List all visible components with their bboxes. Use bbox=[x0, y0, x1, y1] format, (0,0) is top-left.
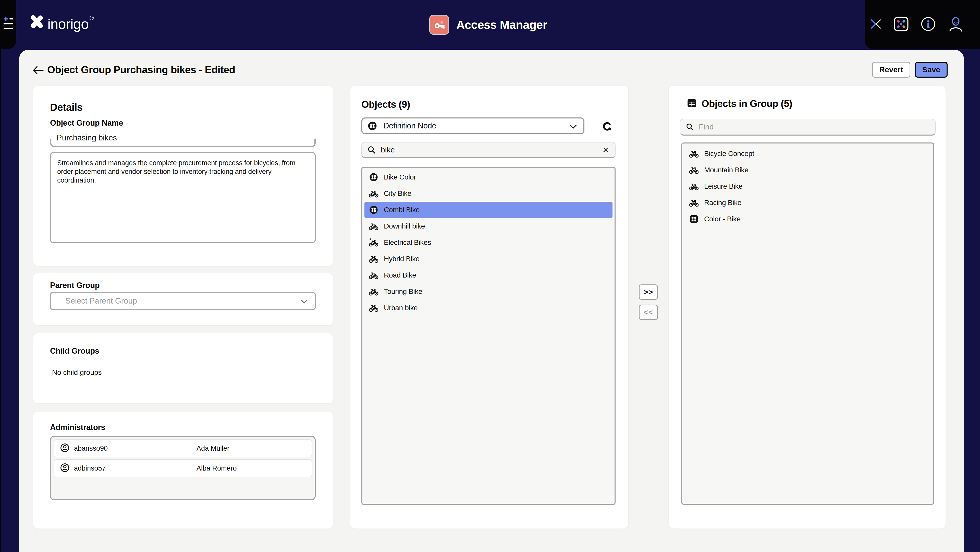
info-icon[interactable] bbox=[921, 17, 935, 32]
administrator-row[interactable]: abansso90Ada Müller bbox=[54, 439, 312, 457]
app-title: Access Manager bbox=[456, 18, 547, 32]
parent-group-label: Parent Group bbox=[50, 281, 100, 290]
table-icon bbox=[686, 97, 697, 110]
back-arrow-icon[interactable] bbox=[32, 65, 44, 75]
list-item-label: Bicycle Concept bbox=[704, 150, 754, 158]
administrators-label: Administrators bbox=[50, 423, 105, 432]
administrators-card: Administrators abansso90Ada Mülleradbins… bbox=[33, 412, 333, 528]
list-item-label: Mountain Bike bbox=[704, 166, 749, 174]
page-header: Object Group Purchasing bikes - Edited R… bbox=[19, 50, 964, 83]
group-list-item[interactable]: Color - Bike bbox=[682, 211, 933, 227]
administrators-table: abansso90Ada Mülleradbinso57Alba Romero bbox=[50, 436, 316, 500]
group-list-item[interactable]: Mountain Bike bbox=[682, 162, 933, 178]
inorigo-logo-text: inorigo bbox=[48, 14, 89, 34]
list-item-label: Color - Bike bbox=[704, 215, 741, 223]
list-item-label: Combi Bike bbox=[384, 206, 420, 214]
details-card: Details Object Group Name Purchasing bik… bbox=[33, 86, 333, 266]
inorigo-logo[interactable]: inorigo ® bbox=[30, 14, 94, 34]
list-item-label: Urban bike bbox=[384, 304, 417, 312]
objects-list-item[interactable]: Bike Color bbox=[363, 169, 614, 185]
user-circle-icon bbox=[60, 463, 70, 474]
save-button[interactable]: Save bbox=[915, 62, 948, 78]
group-find-placeholder: Find bbox=[699, 123, 714, 131]
inorigo-logo-icon bbox=[30, 14, 43, 30]
bicycle-icon bbox=[689, 148, 699, 159]
child-groups-empty-text: No child groups bbox=[52, 369, 102, 377]
objects-list-item[interactable]: Downhill bike bbox=[363, 218, 614, 235]
search-icon bbox=[367, 145, 376, 155]
administrator-name: Alba Romero bbox=[197, 464, 237, 472]
object-type-value: Definition Node bbox=[383, 121, 436, 131]
administrator-username: adbinso57 bbox=[74, 464, 106, 472]
access-manager-key-icon bbox=[429, 15, 449, 35]
bicycle-electric-icon bbox=[369, 238, 379, 248]
bicycle-icon bbox=[689, 165, 699, 175]
objects-heading: Objects (9) bbox=[361, 99, 410, 110]
group-list-item[interactable]: Bicycle Concept bbox=[682, 145, 933, 162]
group-list-item[interactable]: Racing Bike bbox=[682, 195, 933, 211]
revert-button[interactable]: Revert bbox=[872, 62, 910, 78]
group-list-item[interactable]: Leisure Bike bbox=[682, 178, 933, 195]
objects-list: Bike ColorCity BikeCombi BikeDownhill bi… bbox=[361, 167, 616, 505]
list-item-label: Road Bike bbox=[384, 271, 416, 279]
administrator-row[interactable]: adbinso57Alba Romero bbox=[54, 459, 312, 477]
list-item-label: Touring Bike bbox=[384, 287, 422, 296]
page-title: Object Group Purchasing bikes - Edited bbox=[47, 64, 235, 76]
list-item-label: Racing Bike bbox=[704, 199, 741, 207]
administrator-username: abansso90 bbox=[74, 445, 108, 452]
chevron-down-icon bbox=[569, 123, 577, 131]
user-circle-icon bbox=[60, 443, 70, 454]
objects-list-item[interactable]: Touring Bike bbox=[363, 283, 614, 300]
close-split-icon[interactable] bbox=[870, 19, 881, 30]
system-tray bbox=[865, 0, 980, 49]
objects-list-item[interactable]: Hybrid Bike bbox=[363, 251, 614, 267]
definition-node-icon bbox=[367, 121, 378, 131]
group-find-input[interactable]: Find bbox=[680, 119, 935, 136]
description-textarea[interactable]: Streamlines and manages the complete pro… bbox=[50, 152, 316, 243]
collapsed-tree-menu-icon[interactable] bbox=[3, 16, 14, 31]
objects-in-group-heading: Objects in Group (5) bbox=[702, 98, 792, 109]
app-header: Access Manager bbox=[429, 15, 547, 35]
main-panel: Object Group Purchasing bikes - Edited R… bbox=[19, 50, 964, 552]
add-to-group-button[interactable]: >> bbox=[639, 284, 658, 300]
administrator-name: Ada Müller bbox=[197, 445, 229, 452]
parent-group-select[interactable]: Select Parent Group bbox=[50, 292, 316, 310]
refresh-icon[interactable] bbox=[602, 121, 612, 132]
app-launcher-icon[interactable] bbox=[894, 16, 908, 33]
object-group-name-input[interactable]: Purchasing bikes bbox=[50, 129, 316, 147]
object-group-name-label: Object Group Name bbox=[50, 118, 123, 128]
object-type-select[interactable]: Definition Node bbox=[361, 118, 584, 134]
objects-list-item[interactable]: Combi Bike bbox=[364, 202, 612, 218]
search-icon bbox=[686, 123, 694, 131]
object-group-name-value: Purchasing bikes bbox=[57, 133, 117, 142]
list-item-label: City Bike bbox=[384, 190, 411, 198]
list-item-label: Leisure Bike bbox=[704, 182, 742, 190]
objects-list-item[interactable]: Road Bike bbox=[363, 267, 614, 283]
chevron-down-icon bbox=[301, 298, 308, 306]
objects-list-item[interactable]: Electrical Bikes bbox=[363, 235, 614, 251]
bicycle-icon bbox=[369, 188, 379, 199]
objects-search-input[interactable]: bike ✕ bbox=[361, 142, 616, 158]
objects-in-group-card: Objects in Group (5) Find Bicycle Concep… bbox=[669, 86, 945, 528]
definition-node-icon bbox=[369, 172, 379, 182]
objects-list-item[interactable]: City Bike bbox=[363, 185, 614, 202]
bicycle-icon bbox=[369, 286, 379, 297]
bicycle-icon bbox=[369, 221, 379, 231]
parent-group-placeholder: Select Parent Group bbox=[65, 297, 137, 306]
objects-in-group-list: Bicycle ConceptMountain BikeLeisure Bike… bbox=[681, 142, 934, 505]
bicycle-icon bbox=[689, 181, 699, 191]
objects-list-item[interactable]: Urban bike bbox=[363, 300, 614, 316]
bicycle-icon bbox=[369, 254, 379, 264]
definition-node-icon bbox=[369, 205, 379, 215]
grid-icon bbox=[689, 214, 699, 224]
parent-group-card: Parent Group Select Parent Group bbox=[33, 273, 333, 325]
remove-from-group-button[interactable]: << bbox=[639, 305, 658, 320]
user-profile-icon[interactable] bbox=[948, 16, 964, 33]
clear-search-icon[interactable]: ✕ bbox=[603, 145, 609, 155]
objects-card: Objects (9) Definition Node bbox=[350, 86, 628, 528]
list-item-label: Bike Color bbox=[384, 173, 416, 181]
bicycle-icon bbox=[369, 303, 379, 313]
registered-mark: ® bbox=[89, 15, 94, 21]
list-item-label: Downhill bike bbox=[384, 222, 425, 230]
bicycle-icon bbox=[689, 198, 699, 208]
